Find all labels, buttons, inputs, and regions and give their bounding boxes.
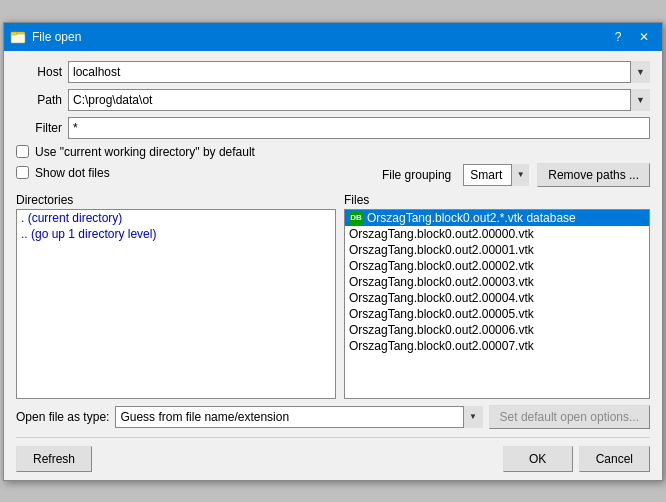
host-row: Host ▼ <box>16 61 650 83</box>
ok-button[interactable]: OK <box>503 446 573 472</box>
file-grouping-select[interactable]: Smart None Manual <box>463 164 529 186</box>
files-label: Files <box>344 193 650 207</box>
list-item[interactable]: .. (go up 1 directory level) <box>17 226 335 242</box>
show-dot-files-row: Show dot files <box>16 166 382 180</box>
list-item[interactable]: DB OrszagTang.block0.out2.*.vtk database <box>345 210 649 226</box>
list-item[interactable]: OrszagTang.block0.out2.00005.vtk <box>345 306 649 322</box>
middle-right: File grouping Smart None Manual ▼ Remove… <box>382 163 650 187</box>
filter-input[interactable] <box>68 117 650 139</box>
list-item[interactable]: OrszagTang.block0.out2.00003.vtk <box>345 274 649 290</box>
cancel-button[interactable]: Cancel <box>579 446 650 472</box>
file-grouping-label: File grouping <box>382 168 451 182</box>
directories-listbox[interactable]: . (current directory) .. (go up 1 direct… <box>16 209 336 399</box>
use-cwd-label: Use "current working directory" by defau… <box>35 145 255 159</box>
file-name: OrszagTang.block0.out2.*.vtk database <box>367 211 576 225</box>
list-item[interactable]: OrszagTang.block0.out2.00000.vtk <box>345 226 649 242</box>
dialog-icon <box>10 29 26 45</box>
host-label: Host <box>16 65 62 79</box>
list-item[interactable]: . (current directory) <box>17 210 335 226</box>
path-label: Path <box>16 93 62 107</box>
middle-section: Show dot files File grouping Smart None … <box>16 163 650 187</box>
open-type-label: Open file as type: <box>16 410 109 424</box>
list-item[interactable]: OrszagTang.block0.out2.00006.vtk <box>345 322 649 338</box>
list-item[interactable]: OrszagTang.block0.out2.00004.vtk <box>345 290 649 306</box>
open-type-row: Open file as type: Guess from file name/… <box>16 405 650 429</box>
dialog-title: File open <box>32 30 604 44</box>
list-item[interactable]: OrszagTang.block0.out2.00007.vtk <box>345 338 649 354</box>
show-dot-files-checkbox[interactable] <box>16 166 29 179</box>
set-default-button[interactable]: Set default open options... <box>489 405 650 429</box>
action-row: Refresh OK Cancel <box>16 437 650 472</box>
middle-left: Show dot files <box>16 166 382 184</box>
path-dropdown-wrapper: ▼ <box>68 89 650 111</box>
list-item[interactable]: OrszagTang.block0.out2.00001.vtk <box>345 242 649 258</box>
files-panel: Files DB OrszagTang.block0.out2.*.vtk da… <box>344 193 650 399</box>
files-listbox[interactable]: DB OrszagTang.block0.out2.*.vtk database… <box>344 209 650 399</box>
directories-panel: Directories . (current directory) .. (go… <box>16 193 336 399</box>
path-input[interactable] <box>68 89 650 111</box>
titlebar: File open ? ✕ <box>4 23 662 51</box>
host-dropdown-wrapper: ▼ <box>68 61 650 83</box>
svg-rect-1 <box>11 34 25 43</box>
svg-rect-2 <box>11 32 17 35</box>
host-input[interactable] <box>68 61 650 83</box>
filter-label: Filter <box>16 121 62 135</box>
use-cwd-checkbox[interactable] <box>16 145 29 158</box>
list-item[interactable]: OrszagTang.block0.out2.00002.vtk <box>345 258 649 274</box>
open-type-select-wrapper: Guess from file name/extension VTK Custo… <box>115 406 482 428</box>
db-icon: DB <box>349 211 363 225</box>
filter-row: Filter <box>16 117 650 139</box>
file-open-dialog: File open ? ✕ Host ▼ Path ▼ Filter <box>3 22 663 481</box>
use-cwd-row: Use "current working directory" by defau… <box>16 145 650 159</box>
open-type-select[interactable]: Guess from file name/extension VTK Custo… <box>115 406 482 428</box>
help-button[interactable]: ? <box>606 27 630 47</box>
show-dot-files-label: Show dot files <box>35 166 110 180</box>
panels-row: Directories . (current directory) .. (go… <box>16 193 650 399</box>
close-button[interactable]: ✕ <box>632 27 656 47</box>
remove-paths-button[interactable]: Remove paths ... <box>537 163 650 187</box>
directories-label: Directories <box>16 193 336 207</box>
file-grouping-wrapper: Smart None Manual ▼ <box>463 164 529 186</box>
path-row: Path ▼ <box>16 89 650 111</box>
refresh-button[interactable]: Refresh <box>16 446 92 472</box>
